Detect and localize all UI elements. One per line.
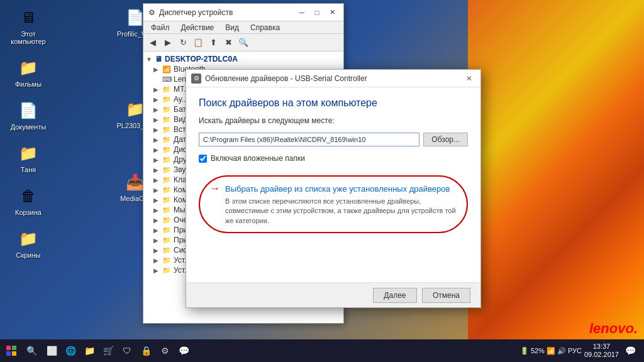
devmgr-close-button[interactable]: ✕ (326, 6, 338, 19)
filmy-label: Фильмы (15, 80, 42, 88)
dialog-link-title[interactable]: → Выбрать драйвер из списка уже установл… (210, 183, 457, 194)
toolbar-forward[interactable]: ▶ (161, 36, 175, 50)
taskbar-task-view[interactable]: ⬜ (43, 342, 60, 359)
dialog-link-arrow-icon: → (210, 183, 220, 194)
menu-help[interactable]: Справка (245, 22, 285, 33)
lenovo-vhid-icon: ⌨ (162, 75, 171, 84)
toolbar-back[interactable]: ◀ (146, 36, 160, 50)
svg-rect-1 (12, 346, 16, 350)
devmgr-title-icon: ⚙ (148, 8, 155, 17)
devmgr-menu: Файл Действие Вид Справка (143, 21, 343, 34)
dialog-path-label: Искать драйверы в следующем месте: (199, 116, 468, 125)
devmgr-titlebar: ⚙ Диспетчер устройств ─ □ ✕ (143, 4, 343, 21)
start-button[interactable] (0, 339, 23, 362)
devmgr-title: ⚙ Диспетчер устройств (148, 8, 233, 17)
desktop-wallpaper (468, 0, 644, 339)
sound-icon: 🔊 (557, 347, 566, 355)
dialog-footer: Далее Отмена (186, 282, 480, 307)
basket-label: Корзина (15, 209, 42, 216)
tree-root[interactable]: ▼ 🖥 DESKTOP-2TDLC0A (143, 54, 343, 64)
desktop-icon-computer[interactable]: 🖥 Этоткомпьютер (6, 6, 50, 45)
filmy-icon: 📁 (17, 57, 40, 79)
lang-indicator[interactable]: РУС (568, 347, 582, 354)
update-driver-dialog: ⚙ Обновление драйверов - USB-Serial Cont… (186, 69, 481, 308)
skriny-icon: 📁 (17, 228, 40, 250)
dialog-next-button[interactable]: Далее (373, 288, 417, 303)
dialog-link-section[interactable]: → Выбрать драйвер из списка уже установл… (199, 175, 468, 233)
taskbar-pinned-icons: ⬜ 🌐 📁 🛒 🛡 🔒 ⚙ 💬 (43, 342, 192, 359)
taskbar-search-button[interactable]: 🔍 (23, 342, 40, 359)
dialog-path-input[interactable] (199, 133, 419, 146)
toolbar-uninstall[interactable]: ✖ (221, 36, 235, 50)
bluetooth-icon: 📶 (162, 65, 171, 74)
desktop-icon-skriny[interactable]: 📁 Скрины (6, 228, 50, 259)
menu-view[interactable]: Вид (220, 22, 244, 33)
lenovo-brand: lenovo. (589, 321, 638, 337)
dialog-checkbox-label: Включая вложенные папки (211, 154, 305, 163)
taskbar-sys-icons: 🔋 52% 📶 🔊 РУС (520, 347, 582, 355)
toolbar-refresh[interactable]: ↻ (176, 36, 190, 50)
menu-action[interactable]: Действие (176, 22, 219, 33)
docs-icon: 📄 (17, 99, 40, 122)
notifications-button[interactable]: 💬 (621, 342, 639, 359)
svg-rect-3 (12, 351, 16, 356)
taskbar-store[interactable]: 🛒 (99, 342, 117, 359)
root-icon: 🖥 (155, 55, 162, 63)
computer-icon: 🖥 (17, 6, 40, 29)
battery-icon: 🔋 (520, 347, 529, 355)
skriny-label: Скрины (16, 251, 41, 259)
dialog-title-text: ⚙ Обновление драйверов - USB-Serial Cont… (191, 74, 367, 84)
dialog-heading: Поиск драйверов на этом компьютере (199, 97, 468, 109)
devmgr-maximize-button[interactable]: □ (311, 6, 323, 19)
computer-label: Этоткомпьютер (11, 30, 45, 45)
taskbar-antivirus[interactable]: 🛡 (118, 342, 136, 359)
svg-rect-2 (6, 351, 11, 356)
network-icon: 📶 (547, 347, 555, 355)
dialog-content: Поиск драйверов на этом компьютере Искат… (186, 87, 480, 282)
taskbar-edge[interactable]: 🌐 (62, 342, 79, 359)
dialog-path-row: Обзор... (199, 133, 468, 146)
root-chevron: ▼ (146, 56, 152, 63)
taskbar: 🔍 ⬜ 🌐 📁 🛒 🛡 🔒 ⚙ 💬 🔋 52% 📶 🔊 РУС 13:37 09… (0, 339, 644, 362)
dialog-browse-button[interactable]: Обзор... (423, 133, 468, 146)
toolbar-properties[interactable]: 📋 (191, 36, 205, 50)
tanya-icon: 📁 (17, 142, 40, 165)
toolbar-update[interactable]: ⬆ (206, 36, 220, 50)
taskbar-right: 🔋 52% 📶 🔊 РУС 13:37 09.02.2017 💬 (520, 342, 644, 359)
dialog-close-button[interactable]: ✕ (463, 72, 475, 85)
dialog-titlebar: ⚙ Обновление драйверов - USB-Serial Cont… (186, 70, 480, 87)
desktop: 🖥 Этоткомпьютер 📁 Фильмы 📄 Документы 📁 Т… (0, 0, 644, 362)
desktop-icons-left: 🖥 Этоткомпьютер 📁 Фильмы 📄 Документы 📁 Т… (6, 6, 50, 259)
battery-level: 52% (531, 347, 545, 354)
dialog-title-icon: ⚙ (191, 74, 201, 84)
desktop-icon-basket[interactable]: 🗑 Корзина (6, 185, 50, 216)
docs-label: Документы (11, 123, 47, 131)
desktop-icon-filmy[interactable]: 📁 Фильмы (6, 57, 50, 88)
toolbar-scan[interactable]: 🔍 (236, 36, 250, 50)
tanya-label: Таня (21, 166, 36, 173)
devmgr-minimize-button[interactable]: ─ (296, 6, 308, 19)
taskbar-app2[interactable]: 💬 (175, 342, 192, 359)
dialog-checkbox-row: Включая вложенные папки (199, 154, 468, 163)
svg-rect-0 (6, 346, 11, 350)
dialog-cancel-button[interactable]: Отмена (422, 288, 470, 303)
taskbar-clock[interactable]: 13:37 09.02.2017 (584, 343, 619, 359)
windows-logo-icon (6, 346, 16, 356)
dialog-subfolders-checkbox[interactable] (199, 155, 207, 163)
desktop-icon-docs[interactable]: 📄 Документы (6, 99, 50, 131)
devmgr-toolbar: ◀ ▶ ↻ 📋 ⬆ ✖ 🔍 (143, 34, 343, 52)
menu-file[interactable]: Файл (146, 22, 175, 33)
taskbar-app1[interactable]: ⚙ (156, 342, 174, 359)
devmgr-window-controls: ─ □ ✕ (296, 6, 338, 19)
clock-time: 13:37 (593, 343, 611, 351)
dialog-link-desc: В этом списке перечисляются все установл… (210, 197, 457, 226)
desktop-icon-tanya[interactable]: 📁 Таня (6, 142, 50, 173)
basket-icon: 🗑 (17, 185, 40, 207)
clock-date: 09.02.2017 (584, 351, 619, 359)
taskbar-explorer[interactable]: 📁 (80, 342, 98, 359)
taskbar-mcafee[interactable]: 🔒 (137, 342, 155, 359)
